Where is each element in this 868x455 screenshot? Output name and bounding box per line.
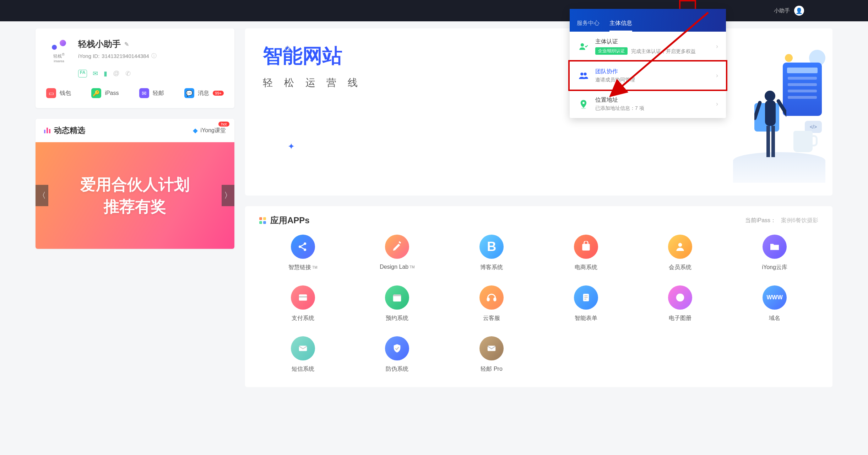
dropdown-item-location[interactable]: 位置地址 已添加地址信息：7 项 › bbox=[570, 90, 726, 118]
svg-point-9 bbox=[582, 102, 585, 104]
diamond-icon: ◆ bbox=[193, 127, 198, 134]
app-label: 云客服 bbox=[483, 315, 500, 322]
card-a-icon[interactable]: FA bbox=[78, 70, 87, 77]
location-icon bbox=[577, 98, 590, 110]
app-item-3[interactable]: 电商系统 bbox=[542, 235, 630, 271]
svg-rect-5 bbox=[776, 98, 786, 118]
id-value: 3141321940144384 bbox=[102, 53, 149, 59]
tab-service-center[interactable]: 服务中心 bbox=[577, 16, 600, 32]
app-item-7[interactable]: 预约系统 bbox=[354, 285, 441, 322]
carousel-banner-text: 爱用合伙人计划 推荐有奖 bbox=[80, 173, 190, 217]
apps-panel: 应用APPs 当前iPass： 案例6餐饮摄影 智慧链接TMDesign Lab… bbox=[245, 206, 832, 387]
mail-icon: ✉ bbox=[139, 88, 149, 98]
hero-illustration: </> bbox=[719, 50, 825, 185]
chevron-right-icon: › bbox=[716, 72, 718, 79]
app-label: 智慧链接TM bbox=[288, 264, 317, 271]
app-item-5[interactable]: iYong云库 bbox=[731, 235, 818, 271]
app-icon bbox=[291, 235, 315, 259]
app-icon bbox=[385, 235, 409, 259]
app-label: 轻邮 Pro bbox=[481, 365, 502, 373]
chevron-right-icon: › bbox=[716, 43, 718, 50]
app-item-14[interactable]: 轻邮 Pro bbox=[448, 336, 535, 373]
app-item-11[interactable]: WWW域名 bbox=[731, 285, 818, 322]
wechat-icon[interactable]: ✉ bbox=[93, 70, 98, 77]
hot-badge: hot bbox=[218, 122, 229, 127]
chevron-right-icon: › bbox=[716, 100, 718, 108]
brand-logo: 轻栈® insarea bbox=[46, 38, 72, 64]
dropdown-item-team[interactable]: 团队协作 邀请成员协同管理 › bbox=[570, 61, 726, 90]
ipass-button[interactable]: 🔑 iPass bbox=[91, 88, 119, 98]
edit-icon[interactable]: ✎ bbox=[124, 41, 129, 48]
svg-point-6 bbox=[581, 43, 584, 46]
app-icon bbox=[479, 336, 504, 360]
link-icon[interactable]: ✆ bbox=[125, 70, 131, 77]
app-label: Design LabTM bbox=[380, 264, 414, 270]
mail-button[interactable]: ✉ 轻邮 bbox=[139, 88, 164, 98]
svg-rect-21 bbox=[487, 298, 489, 301]
app-item-8[interactable]: 云客服 bbox=[448, 285, 535, 322]
decorative-circle bbox=[285, 46, 290, 51]
carousel-next-button[interactable]: 〉 bbox=[222, 185, 234, 206]
app-item-9[interactable]: 智能表单 bbox=[542, 285, 630, 322]
app-item-2[interactable]: B博客系统 bbox=[448, 235, 535, 271]
profile-name: 轻栈小助手 bbox=[78, 38, 121, 50]
app-label: 电商系统 bbox=[575, 264, 597, 271]
ipass-icon: 🔑 bbox=[91, 88, 101, 98]
app-icon: B bbox=[479, 235, 504, 259]
dropdown-item-verification[interactable]: 主体认证 企业/组织认证 完成主体认证，开启更多权益 › bbox=[570, 32, 726, 61]
app-icon bbox=[668, 285, 692, 310]
app-icon bbox=[574, 235, 598, 259]
profile-mini-icons: FA ✉ ▮ @ ✆ bbox=[46, 70, 224, 77]
app-icon: WWW bbox=[763, 285, 787, 310]
info-icon[interactable]: ⓘ bbox=[151, 53, 157, 59]
app-item-0[interactable]: 智慧链接TM bbox=[259, 235, 347, 271]
featured-carousel[interactable]: 〈 爱用合伙人计划 推荐有奖 〉 bbox=[36, 142, 234, 249]
app-label: 短信系统 bbox=[292, 365, 314, 373]
app-label: 预约系统 bbox=[386, 315, 408, 322]
app-item-6[interactable]: 支付系统 bbox=[259, 285, 347, 322]
messages-button[interactable]: 💬 消息 99+ bbox=[184, 88, 224, 98]
featured-card: 动态精选 hot ◆ iYong课堂 〈 爱用合伙人计划 推荐有奖 〉 bbox=[36, 119, 234, 249]
app-icon bbox=[291, 285, 315, 310]
app-label: 域名 bbox=[769, 315, 780, 322]
svg-point-14 bbox=[304, 248, 306, 251]
svg-rect-4 bbox=[754, 100, 762, 120]
messages-icon: 💬 bbox=[184, 88, 194, 98]
svg-point-13 bbox=[304, 242, 306, 245]
svg-point-7 bbox=[580, 73, 583, 75]
wallet-button[interactable]: ▭ 钱包 bbox=[46, 88, 71, 98]
user-label: 小助手 bbox=[774, 7, 790, 14]
current-ipass-label: 当前iPass： bbox=[745, 217, 776, 224]
svg-point-16 bbox=[678, 243, 682, 247]
svg-point-27 bbox=[676, 294, 684, 302]
app-label: iYong云库 bbox=[762, 264, 787, 271]
app-item-4[interactable]: 会员系统 bbox=[637, 235, 724, 271]
at-icon[interactable]: @ bbox=[113, 70, 119, 77]
app-icon bbox=[385, 285, 409, 310]
app-item-13[interactable]: 防伪系统 bbox=[354, 336, 441, 373]
app-icon bbox=[574, 285, 598, 310]
header-dropdown-panel: 服务中心 主体信息 主体认证 企业/组织认证 完成主体认证，开启更多权益 › bbox=[570, 9, 726, 118]
app-icon bbox=[668, 235, 692, 259]
svg-rect-26 bbox=[584, 299, 586, 300]
svg-rect-2 bbox=[766, 126, 770, 157]
app-item-1[interactable]: Design LabTM bbox=[354, 235, 441, 271]
tab-main-info[interactable]: 主体信息 bbox=[609, 16, 632, 32]
svg-rect-20 bbox=[393, 294, 401, 296]
featured-title: 动态精选 bbox=[54, 125, 85, 136]
svg-rect-24 bbox=[584, 295, 587, 296]
apps-grid-icon bbox=[259, 217, 266, 224]
team-icon bbox=[577, 70, 590, 82]
app-item-12[interactable]: 短信系统 bbox=[259, 336, 347, 373]
iyong-class-link[interactable]: hot ◆ iYong课堂 bbox=[193, 127, 226, 134]
avatar[interactable]: 👤 bbox=[794, 6, 804, 16]
wallet-icon: ▭ bbox=[46, 88, 56, 98]
svg-rect-3 bbox=[771, 126, 775, 157]
carousel-prev-button[interactable]: 〈 bbox=[36, 185, 48, 206]
phone-icon[interactable]: ▮ bbox=[104, 70, 107, 77]
apps-title: 应用APPs bbox=[270, 215, 310, 226]
app-item-10[interactable]: 电子图册 bbox=[637, 285, 724, 322]
current-ipass-value[interactable]: 案例6餐饮摄影 bbox=[781, 217, 818, 224]
app-label: 支付系统 bbox=[292, 315, 314, 322]
top-bar: 小助手 👤 bbox=[0, 0, 868, 21]
